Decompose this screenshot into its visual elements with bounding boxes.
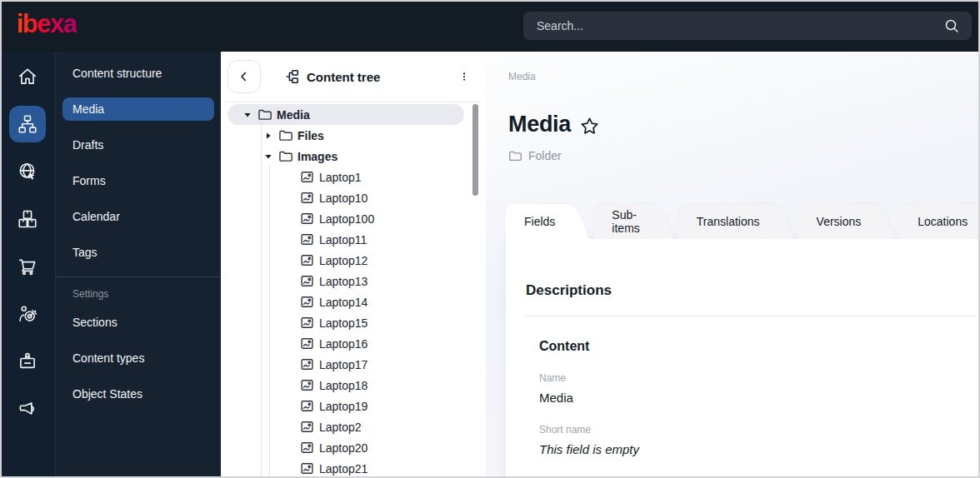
tab-label: Locations [918, 215, 968, 228]
menu-item-forms[interactable]: Forms [62, 169, 214, 192]
tab-sub-items[interactable]: Sub-items [593, 204, 652, 239]
image-icon [300, 316, 314, 330]
side-menu: Content structureMediaDraftsFormsCalenda… [56, 52, 221, 478]
page-title: Media [508, 112, 571, 137]
tree-node-laptop20[interactable]: Laptop20 [221, 437, 486, 458]
collapse-tree-button[interactable] [228, 60, 261, 93]
tree-node-label: Laptop2 [319, 421, 362, 434]
field-label: Short name [539, 424, 977, 436]
search-input[interactable] [523, 19, 943, 32]
image-icon [300, 295, 314, 309]
rail-item-personalization[interactable] [9, 296, 46, 332]
field-group: Content NameMediaShort nameThis field is… [526, 338, 977, 457]
tree-node-label: Files [298, 129, 324, 142]
image-icon [300, 232, 314, 246]
search-icon[interactable] [943, 17, 960, 34]
caret-right-icon[interactable] [262, 132, 275, 140]
tree-node-laptop18[interactable]: Laptop18 [221, 375, 486, 396]
content-type-label: Folder [528, 149, 562, 162]
menu-item-content-structure[interactable]: Content structure [62, 62, 214, 85]
image-icon [300, 212, 314, 226]
tree-node-laptop21[interactable]: Laptop21 [221, 458, 486, 478]
tree-node-media[interactable]: Media [221, 104, 486, 125]
tree-node-laptop17[interactable]: Laptop17 [221, 354, 486, 375]
tree-node-label: Laptop11 [319, 233, 367, 246]
caret-down-icon[interactable] [241, 111, 254, 119]
menu-divider [56, 276, 221, 277]
tree-node-laptop19[interactable]: Laptop19 [221, 396, 486, 416]
tree-node-laptop16[interactable]: Laptop16 [221, 333, 486, 354]
tree-node-laptop14[interactable]: Laptop14 [221, 291, 486, 312]
image-icon [300, 336, 314, 351]
tree-node-label: Laptop10 [319, 192, 368, 205]
favorite-star-icon[interactable] [579, 116, 600, 137]
image-icon [300, 191, 314, 205]
tab-fields[interactable]: Fields [506, 204, 568, 239]
tree-node-label: Laptop17 [319, 358, 368, 371]
rail-item-content-structure[interactable] [9, 106, 46, 142]
field-label: Name [539, 372, 977, 384]
tree-node-laptop2[interactable]: Laptop2 [221, 416, 486, 437]
folder-icon [508, 149, 522, 162]
menu-item-content-types[interactable]: Content types [62, 346, 214, 370]
tree-node-laptop15[interactable]: Laptop15 [221, 312, 486, 333]
menu-item-tags[interactable]: Tags [62, 241, 214, 264]
field-value: Media [539, 391, 977, 406]
content-structure-icon [17, 113, 38, 135]
caret-down-icon[interactable] [262, 152, 275, 161]
image-icon [300, 378, 314, 392]
rail-item-commerce[interactable] [9, 248, 46, 285]
tree-node-label: Laptop18 [319, 379, 368, 392]
rail-item-site[interactable] [9, 153, 46, 190]
tree-node-label: Laptop1 [319, 171, 362, 184]
tree-node-laptop100[interactable]: Laptop100 [221, 208, 486, 229]
folder-icon [258, 107, 272, 122]
ibexa-admin-screen: ibexa Content structureMediaDraftsFormsC… [0, 0, 980, 478]
menu-item-object-states[interactable]: Object States [62, 382, 214, 406]
section-title: Descriptions [526, 282, 977, 299]
fields-card: Descriptions Content NameMediaShort name… [506, 239, 980, 478]
field-group-title: Content [539, 338, 977, 354]
tree-node-images[interactable]: Images [221, 146, 486, 167]
tree-node-laptop13[interactable]: Laptop13 [221, 271, 486, 291]
products-icon [17, 208, 38, 230]
tree-node-laptop1[interactable]: Laptop1 [221, 167, 486, 187]
content-tree-panel: Content tree MediaFilesImagesLaptop1Lapt… [221, 52, 486, 478]
image-icon [300, 399, 314, 413]
tab-label: Fields [524, 215, 555, 228]
menu-section-label: Settings [72, 288, 221, 300]
tree-node-files[interactable]: Files [221, 125, 486, 146]
rail-item-products[interactable] [9, 201, 46, 237]
tree-node-label: Laptop16 [319, 337, 368, 351]
tree-node-laptop10[interactable]: Laptop10 [221, 187, 486, 208]
tab-translations[interactable]: Translations [678, 204, 773, 239]
home-icon [17, 66, 38, 87]
tree-options-kebab-icon[interactable] [454, 67, 474, 87]
tree-scrollbar-thumb[interactable] [472, 104, 478, 196]
rail-item-home[interactable] [9, 58, 46, 95]
tree-node-laptop12[interactable]: Laptop12 [221, 250, 486, 271]
tree-node-label: Laptop13 [319, 275, 368, 288]
tab-label: Sub-items [612, 208, 639, 235]
image-icon [300, 461, 314, 476]
menu-item-media[interactable]: Media [62, 97, 214, 121]
menu-item-sections[interactable]: Sections [62, 311, 214, 334]
rail-item-announcements[interactable] [9, 391, 46, 427]
title-row: Media [508, 112, 600, 137]
image-icon [300, 170, 314, 184]
main-content: Media Media Folder FieldsSub-itemsTransl… [486, 52, 980, 478]
rail-item-admin-badge[interactable] [9, 343, 46, 380]
menu-main-group: Content structureMediaDraftsFormsCalenda… [56, 62, 221, 264]
tree-node-label: Images [298, 150, 338, 163]
menu-item-calendar[interactable]: Calendar [62, 205, 214, 228]
content-tree-header: Content tree [221, 52, 486, 102]
commerce-icon [17, 256, 38, 277]
content-type-row: Folder [508, 149, 562, 162]
content-tree-title: Content tree [284, 69, 454, 84]
tab-locations[interactable]: Locations [899, 204, 980, 239]
tab-versions[interactable]: Versions [798, 204, 875, 239]
tree-node-laptop11[interactable]: Laptop11 [221, 229, 486, 250]
folder-icon [278, 128, 292, 142]
breadcrumb[interactable]: Media [508, 71, 536, 82]
menu-item-drafts[interactable]: Drafts [62, 133, 214, 157]
